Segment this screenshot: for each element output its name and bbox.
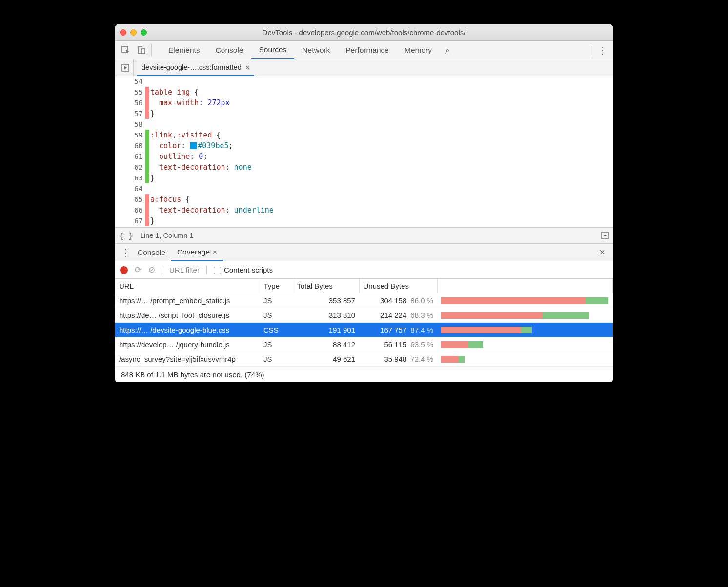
col-url[interactable]: URL bbox=[115, 279, 260, 294]
close-file-tab-icon[interactable]: × bbox=[245, 63, 250, 71]
record-button[interactable] bbox=[120, 266, 128, 274]
coverage-row[interactable]: https://… /prompt_embed_static.jsJS353 8… bbox=[115, 294, 613, 308]
tab-performance[interactable]: Performance bbox=[338, 41, 397, 59]
drawer-tabs: ⋮ ConsoleCoverage× × bbox=[115, 244, 613, 261]
devtools-window: DevTools - developers.google.com/web/too… bbox=[115, 24, 613, 382]
code-line[interactable]: } bbox=[150, 215, 613, 226]
url-filter-input[interactable]: URL filter bbox=[169, 266, 200, 274]
reload-icon[interactable]: ⟳ bbox=[135, 265, 142, 275]
code-line[interactable] bbox=[150, 226, 613, 227]
col-unused-bytes[interactable]: Unused Bytes bbox=[359, 279, 437, 294]
navigator-toggle-icon[interactable] bbox=[117, 59, 134, 76]
tab-network[interactable]: Network bbox=[294, 41, 338, 59]
coverage-row[interactable]: https://de… /script_foot_closure.jsJS313… bbox=[115, 308, 613, 323]
code-line[interactable]: color: #039be5; bbox=[150, 140, 613, 151]
window-title: DevTools - developers.google.com/web/too… bbox=[115, 28, 613, 37]
inspect-element-icon[interactable] bbox=[118, 41, 134, 59]
coverage-table-header: URLTypeTotal BytesUnused Bytes bbox=[115, 279, 613, 294]
svg-rect-2 bbox=[141, 49, 145, 54]
drawer-tab-console[interactable]: Console bbox=[132, 244, 171, 261]
tab-memory[interactable]: Memory bbox=[397, 41, 440, 59]
close-drawer-tab-icon[interactable]: × bbox=[213, 248, 217, 256]
pretty-print-icon[interactable]: { } bbox=[119, 231, 133, 240]
file-tab[interactable]: devsite-google-….css:formatted × bbox=[137, 59, 254, 76]
coverage-summary: 848 KB of 1.1 MB bytes are not used. (74… bbox=[115, 367, 613, 382]
tab-console[interactable]: Console bbox=[208, 41, 251, 59]
code-line[interactable]: text-decoration: underline bbox=[150, 205, 613, 215]
toolbar-separator bbox=[206, 266, 207, 274]
file-tab-label: devsite-google-….css:formatted bbox=[142, 63, 242, 71]
coverage-row[interactable]: https://… /devsite-google-blue.cssCSS191… bbox=[115, 323, 613, 337]
code-line[interactable]: outline: 0; bbox=[150, 151, 613, 162]
line-number-gutter: 545556575859606162636465666768 bbox=[115, 76, 145, 227]
main-tabs: ElementsConsoleSourcesNetworkPerformance… bbox=[161, 41, 440, 59]
tab-sources[interactable]: Sources bbox=[251, 41, 295, 59]
toolbar-separator bbox=[592, 44, 592, 56]
coverage-row[interactable]: https://develop… /jquery-bundle.jsJS88 4… bbox=[115, 337, 613, 352]
editor-statusbar: { } Line 1, Column 1 bbox=[115, 227, 613, 244]
source-editor[interactable]: 545556575859606162636465666768 table img… bbox=[115, 76, 613, 227]
code-line[interactable] bbox=[150, 76, 613, 87]
settings-kebab-icon[interactable]: ⋮ bbox=[594, 41, 610, 59]
more-tabs-icon[interactable]: » bbox=[440, 41, 455, 59]
code-line[interactable] bbox=[150, 119, 613, 130]
toolbar-separator bbox=[151, 44, 152, 56]
code-line[interactable] bbox=[150, 183, 613, 194]
code-line[interactable]: } bbox=[150, 173, 613, 183]
drawer-kebab-icon[interactable]: ⋮ bbox=[118, 244, 132, 261]
main-toolbar: ElementsConsoleSourcesNetworkPerformance… bbox=[115, 41, 613, 59]
code-content[interactable]: table img { max-width: 272px}:link,:visi… bbox=[149, 76, 613, 227]
clear-icon[interactable]: ⊘ bbox=[148, 265, 155, 275]
code-line[interactable]: :link,:visited { bbox=[150, 130, 613, 140]
col-total-bytes[interactable]: Total Bytes bbox=[293, 279, 359, 294]
code-line[interactable]: text-decoration: none bbox=[150, 162, 613, 173]
source-file-tabs: devsite-google-….css:formatted × bbox=[115, 59, 613, 76]
checkbox-icon[interactable] bbox=[214, 267, 221, 274]
code-line[interactable]: max-width: 272px bbox=[150, 98, 613, 108]
coverage-table: URLTypeTotal BytesUnused Bytes https://…… bbox=[115, 279, 613, 367]
coverage-toolbar: ⟳ ⊘ URL filter Content scripts bbox=[115, 261, 613, 279]
code-line[interactable]: table img { bbox=[150, 87, 613, 98]
coverage-row[interactable]: /async_survey?site=ylj5ifxusvvmr4pJS49 6… bbox=[115, 352, 613, 367]
tab-elements[interactable]: Elements bbox=[161, 41, 208, 59]
drawer-tab-coverage[interactable]: Coverage× bbox=[171, 244, 223, 261]
toolbar-separator bbox=[162, 266, 162, 274]
code-line[interactable]: } bbox=[150, 108, 613, 119]
code-line[interactable]: a:focus { bbox=[150, 194, 613, 205]
cursor-position: Line 1, Column 1 bbox=[140, 232, 194, 239]
close-drawer-icon[interactable]: × bbox=[594, 244, 610, 261]
coverage-gutter bbox=[145, 76, 149, 227]
col-type[interactable]: Type bbox=[260, 279, 293, 294]
collapse-panel-icon[interactable] bbox=[601, 232, 609, 239]
content-scripts-checkbox[interactable]: Content scripts bbox=[214, 266, 273, 274]
titlebar: DevTools - developers.google.com/web/too… bbox=[115, 24, 613, 41]
device-toolbar-icon[interactable] bbox=[134, 41, 149, 59]
